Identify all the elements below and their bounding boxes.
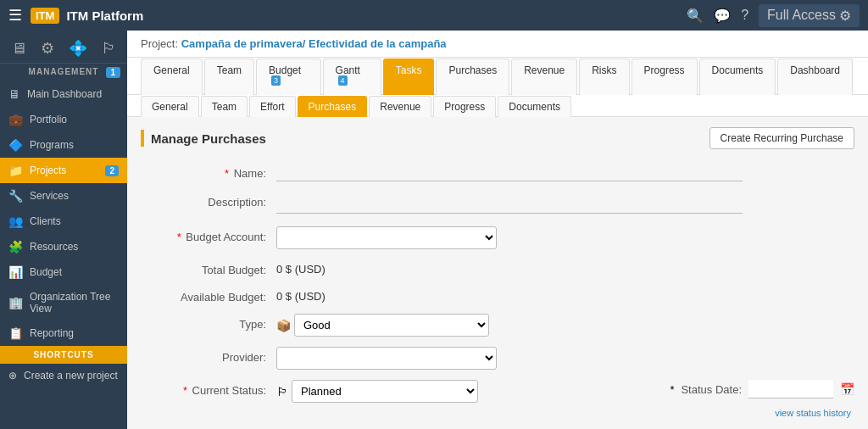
- projects-icon: 📁: [8, 164, 23, 177]
- create-recurring-purchase-button[interactable]: Create Recurring Purchase: [709, 127, 854, 149]
- full-access-button[interactable]: Full Access ⚙: [759, 4, 860, 27]
- name-control: [276, 163, 743, 181]
- sidebar-item-main-dashboard[interactable]: 🖥 Main Dashboard: [0, 81, 127, 107]
- create-new-project-shortcut[interactable]: ⊕ Create a new project: [0, 364, 127, 387]
- org-tree-icon: 🏢: [8, 296, 23, 309]
- budget-account-control: [276, 226, 743, 249]
- tab-sec-documents[interactable]: Documents: [498, 96, 571, 117]
- description-input[interactable]: [276, 192, 743, 214]
- logo: ITM: [31, 8, 59, 24]
- budget-icon: 📊: [8, 265, 23, 279]
- type-row: Type: 📦 Good: [141, 314, 854, 337]
- gantt-badge: 4: [338, 75, 348, 86]
- shortcuts-label: SHORTCUTS: [0, 346, 127, 364]
- available-budget-value: 0 $ (USD): [276, 287, 326, 303]
- sidebar-item-projects[interactable]: 📁 Projects 2: [0, 158, 127, 183]
- status-select-wrapper: 🏳 Planned: [276, 380, 653, 403]
- sidebar-item-programs[interactable]: 🔷 Programs: [0, 132, 127, 158]
- sidebar-item-label: Reporting: [30, 327, 119, 339]
- app-title: ITM Platform: [66, 8, 687, 23]
- total-budget-row: Total Budget: 0 $ (USD): [141, 259, 854, 276]
- sidebar-flag-icon[interactable]: 🏳: [100, 38, 119, 59]
- status-date-input[interactable]: [748, 380, 833, 398]
- description-row: Description:: [141, 192, 854, 216]
- management-badge: 1: [106, 67, 120, 78]
- create-project-label: Create a new project: [24, 370, 118, 382]
- sidebar-item-label: Projects: [30, 164, 98, 176]
- portfolio-icon: 💼: [8, 113, 23, 126]
- tabs-primary: General Team Budget 3 Gantt 4 Tasks Purc…: [127, 58, 868, 95]
- name-input[interactable]: [276, 163, 743, 181]
- current-status-label: * Current Status:: [141, 380, 276, 397]
- sidebar-item-clients[interactable]: 👥 Clients: [0, 209, 127, 234]
- sidebar-item-label: Budget: [30, 266, 119, 278]
- sidebar-item-org-tree[interactable]: 🏢 Organization Tree View: [0, 285, 127, 320]
- project-header: Project: Campaña de primavera/ Efectivid…: [127, 31, 868, 58]
- tab-revenue[interactable]: Revenue: [511, 58, 577, 95]
- tab-budget[interactable]: Budget 3: [256, 58, 321, 95]
- tab-dashboard[interactable]: Dashboard: [777, 58, 853, 95]
- tab-purchases[interactable]: Purchases: [436, 58, 509, 95]
- sidebar-diamond-icon[interactable]: 💠: [67, 37, 89, 59]
- calendar-icon[interactable]: 📅: [840, 382, 854, 396]
- search-icon[interactable]: 🔍: [687, 8, 704, 24]
- main-layout: 🖥 ⚙ 💠 🏳 MANAGEMENT 1 🖥 Main Dashboard 💼 …: [0, 31, 868, 429]
- reporting-icon: 📋: [8, 326, 23, 340]
- clients-icon: 👥: [8, 214, 23, 228]
- section-title: Manage Purchases: [151, 131, 266, 146]
- menu-icon[interactable]: ☰: [8, 6, 22, 25]
- provider-row: Provider:: [141, 347, 854, 370]
- type-select[interactable]: Good: [294, 314, 489, 337]
- section-header: Manage Purchases Create Recurring Purcha…: [141, 127, 854, 149]
- tab-general[interactable]: General: [141, 58, 203, 95]
- sidebar-item-label: Organization Tree View: [30, 291, 119, 315]
- current-status-select[interactable]: Planned: [292, 380, 478, 403]
- sidebar-item-services[interactable]: 🔧 Services: [0, 183, 127, 209]
- sidebar-item-resources[interactable]: 🧩 Resources: [0, 234, 127, 259]
- topbar-icons: 🔍 💬 ? Full Access ⚙: [687, 4, 860, 27]
- sidebar-gear-icon[interactable]: ⚙: [39, 37, 56, 59]
- tab-documents[interactable]: Documents: [699, 58, 776, 95]
- tab-progress[interactable]: Progress: [632, 58, 698, 95]
- tabs-secondary: General Team Effort Purchases Revenue Pr…: [127, 95, 868, 117]
- tab-sec-revenue[interactable]: Revenue: [369, 96, 431, 117]
- tab-sec-general[interactable]: General: [141, 96, 199, 117]
- tab-sec-effort[interactable]: Effort: [249, 96, 295, 117]
- budget-badge: 3: [271, 75, 281, 86]
- type-label: Type:: [141, 314, 276, 331]
- budget-account-select[interactable]: [276, 226, 497, 249]
- sidebar-item-budget[interactable]: 📊 Budget: [0, 259, 127, 285]
- view-status-history-link[interactable]: view status history: [276, 408, 851, 418]
- tab-tasks[interactable]: Tasks: [383, 58, 435, 95]
- sidebar-item-reporting[interactable]: 📋 Reporting: [0, 320, 127, 346]
- sidebar-item-label: Portfolio: [30, 114, 119, 125]
- sidebar-item-label: Programs: [30, 139, 119, 151]
- sidebar-item-portfolio[interactable]: 💼 Portfolio: [0, 107, 127, 132]
- total-budget-value: 0 $ (USD): [276, 259, 326, 276]
- tab-sec-progress[interactable]: Progress: [433, 96, 496, 117]
- project-label: Project:: [141, 37, 178, 50]
- tab-sec-purchases[interactable]: Purchases: [298, 96, 368, 117]
- available-budget-row: Available Budget: 0 $ (USD): [141, 287, 854, 304]
- name-label: * Name:: [141, 163, 276, 180]
- provider-select[interactable]: [276, 347, 497, 370]
- tab-team[interactable]: Team: [204, 58, 254, 95]
- current-status-control: 🏳 Planned: [276, 380, 653, 403]
- section-bar: [141, 130, 144, 147]
- help-icon[interactable]: ?: [741, 8, 748, 23]
- name-row: * Name:: [141, 163, 854, 181]
- services-icon: 🔧: [8, 189, 23, 203]
- budget-account-label: * Budget Account:: [141, 226, 276, 243]
- sidebar-item-label: Resources: [30, 241, 119, 253]
- tab-gantt[interactable]: Gantt 4: [323, 58, 381, 95]
- dashboard-icon: 🖥: [8, 87, 20, 101]
- budget-account-row: * Budget Account:: [141, 226, 854, 249]
- sidebar-icon-row: 🖥 ⚙ 💠 🏳: [0, 31, 127, 64]
- sidebar-section-label: MANAGEMENT 1: [0, 64, 127, 81]
- tab-sec-team[interactable]: Team: [201, 96, 248, 117]
- tab-risks[interactable]: Risks: [579, 58, 629, 95]
- chat-icon[interactable]: 💬: [714, 8, 731, 24]
- description-label: Description:: [141, 192, 276, 209]
- content-area: Project: Campaña de primavera/ Efectivid…: [127, 31, 868, 429]
- sidebar-home-icon[interactable]: 🖥: [9, 38, 28, 59]
